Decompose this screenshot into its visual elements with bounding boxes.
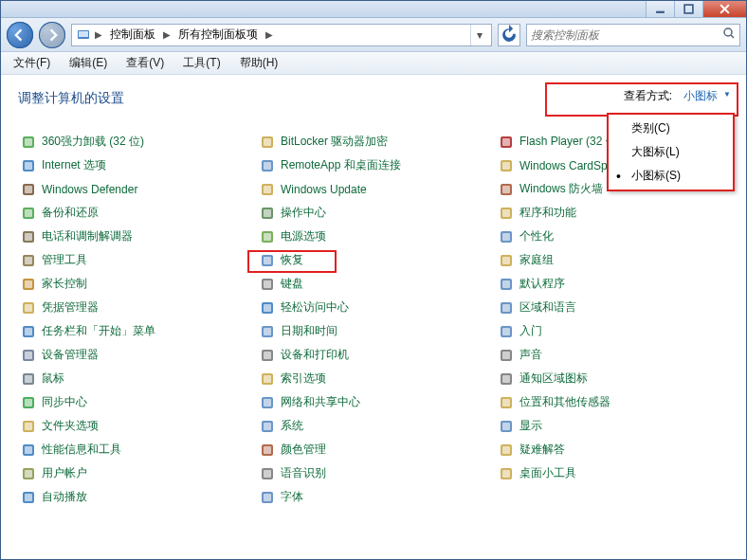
cp-item-label: 电源选项 [281,228,326,244]
menu-edit[interactable]: 编辑(E) [61,52,116,74]
cp-item-label: 语音识别 [281,465,326,481]
cp-item-parental[interactable]: 家长控制 [18,272,251,296]
address-bar[interactable]: ▶ 控制面板 ▶ 所有控制面板项 ▶ ▾ [71,24,492,46]
cp-item-date-time[interactable]: 日期和时间 [257,319,490,343]
cp-item-label: 索引选项 [281,370,326,387]
refresh-button[interactable] [498,24,520,46]
cp-item-label: 通知区域图标 [519,370,588,387]
search-box[interactable] [526,24,740,46]
cp-item-backup-restore[interactable]: 备份和还原 [18,201,251,225]
breadcrumb-chevron-icon[interactable]: ▶ [264,29,275,40]
cp-item-windows-update[interactable]: Windows Update [257,177,490,201]
breadcrumb-control-panel[interactable]: 控制面板 [106,27,159,43]
svg-rect-18 [25,186,32,193]
cp-item-speech[interactable]: 语音识别 [257,461,490,485]
cp-item-default-programs[interactable]: 默认程序 [496,272,729,296]
cp-item-360-uninstall[interactable]: 360强力卸载 (32 位) [18,130,251,154]
cp-item-phone-modem[interactable]: 电话和调制解调器 [18,225,251,248]
breadcrumb-chevron-icon[interactable]: ▶ [93,29,104,40]
cp-item-color-mgmt[interactable]: 颜色管理 [257,438,490,461]
maximize-button[interactable] [674,1,702,17]
cp-item-location-sensors[interactable]: 位置和其他传感器 [496,390,729,414]
view-option-category[interactable]: 类别(C) [609,117,733,140]
system-icon [259,418,275,434]
cp-item-label: 轻松访问中心 [281,299,349,316]
search-input[interactable] [531,28,736,42]
svg-rect-0 [656,11,665,13]
svg-rect-88 [502,446,510,454]
cp-item-label: 同步中心 [42,394,87,410]
cp-item-power-options[interactable]: 电源选项 [257,225,490,248]
cp-item-autoplay[interactable]: 自动播放 [18,485,251,509]
svg-rect-46 [502,280,510,288]
gadgets-icon [498,465,514,481]
menu-tools[interactable]: 工具(T) [174,52,228,74]
cp-item-sync-center[interactable]: 同步中心 [18,390,251,414]
cp-item-fonts[interactable]: 字体 [257,485,490,509]
cp-item-mouse[interactable]: 鼠标 [18,367,251,390]
cp-item-gadgets[interactable]: 桌面小工具 [496,461,729,485]
view-mode-dropdown[interactable]: 小图标 [676,86,735,106]
cp-item-remoteapp[interactable]: RemoteApp 和桌面连接 [257,154,490,177]
menu-file[interactable]: 文件(F) [5,52,59,74]
page-title: 调整计算机的设置 [18,90,729,107]
cp-item-device-manager[interactable]: 设备管理器 [18,343,251,367]
cp-item-network-sharing[interactable]: 网络和共享中心 [257,390,490,414]
svg-rect-20 [264,186,271,193]
cp-item-admin-tools[interactable]: 管理工具 [18,248,251,272]
cp-item-keyboard[interactable]: 键盘 [257,272,490,296]
cp-item-bitlocker[interactable]: BitLocker 驱动器加密 [257,130,490,154]
cp-item-indexing[interactable]: 索引选项 [257,367,490,390]
power-options-icon [259,228,275,244]
close-button[interactable] [702,1,746,17]
cp-item-troubleshoot[interactable]: 疑难解答 [496,438,729,461]
cp-item-system[interactable]: 系统 [257,414,490,438]
cp-item-programs-features[interactable]: 程序和功能 [496,201,729,225]
cp-item-user-accounts[interactable]: 用户帐户 [18,461,251,485]
svg-rect-36 [25,257,32,264]
cp-item-credential[interactable]: 凭据管理器 [18,296,251,319]
cp-item-devices-printers[interactable]: 设备和打印机 [257,343,490,367]
cp-item-homegroup[interactable]: 家庭组 [496,248,729,272]
cp-item-label: 系统 [281,418,303,434]
internet-options-icon [20,157,36,173]
cp-item-taskbar-start[interactable]: 任务栏和「开始」菜单 [18,319,251,343]
svg-rect-40 [502,257,510,264]
cp-item-personalize[interactable]: 个性化 [496,225,729,248]
keyboard-icon [259,276,275,292]
cp-item-label: 性能信息和工具 [42,442,121,458]
cp-item-recovery[interactable]: 恢复 [257,248,490,272]
homegroup-icon [498,252,514,268]
cp-item-perf-tools[interactable]: 性能信息和工具 [18,438,251,461]
cp-item-label: 恢复 [281,252,303,268]
svg-rect-62 [264,352,271,359]
minimize-button[interactable] [646,1,674,17]
cp-item-display[interactable]: 显示 [496,414,729,438]
credential-icon [20,299,36,316]
cp-item-label: 声音 [519,347,542,363]
view-mode-menu: 类别(C) 大图标(L) 小图标(S) [607,113,735,191]
content-area: 调整计算机的设置 查看方式: 小图标 类别(C) 大图标(L) 小图标(S) 3… [1,75,746,559]
cp-item-folder-options[interactable]: 文件夹选项 [18,414,251,438]
cp-item-label: 设备管理器 [42,347,99,363]
display-icon [498,418,514,434]
cp-item-region-lang[interactable]: 区域和语言 [496,296,729,319]
menu-help[interactable]: 帮助(H) [231,52,287,74]
cp-item-ease-access[interactable]: 轻松访问中心 [257,296,490,319]
cp-item-getting-started[interactable]: 入门 [496,319,729,343]
cardspace-icon [498,157,514,173]
cp-item-internet-options[interactable]: Internet 选项 [18,154,251,177]
forward-button[interactable] [39,22,65,48]
view-option-large[interactable]: 大图标(L) [609,140,733,164]
address-dropdown-button[interactable]: ▾ [470,25,487,45]
cp-item-sound[interactable]: 声音 [496,343,729,367]
cp-item-action-center[interactable]: 操作中心 [257,201,490,225]
menu-view[interactable]: 查看(V) [118,52,173,74]
breadcrumb-all-items[interactable]: 所有控制面板项 [174,27,262,43]
nav-toolbar: ▶ 控制面板 ▶ 所有控制面板项 ▶ ▾ [1,18,746,52]
breadcrumb-chevron-icon[interactable]: ▶ [161,29,173,40]
view-option-small[interactable]: 小图标(S) [609,164,733,188]
cp-item-windows-defender[interactable]: Windows Defender [18,177,251,201]
cp-item-notification-icons[interactable]: 通知区域图标 [496,367,729,390]
back-button[interactable] [7,22,33,48]
